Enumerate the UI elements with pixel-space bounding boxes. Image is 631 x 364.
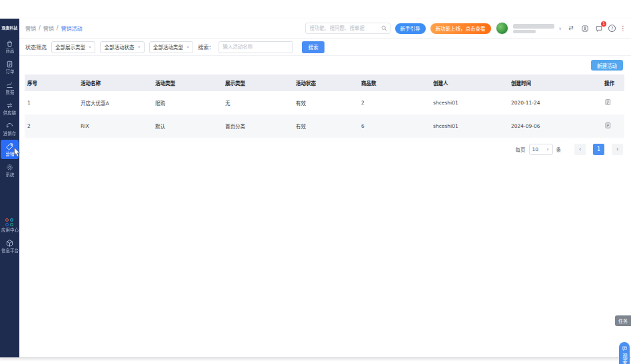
cell-goods: 6 xyxy=(358,114,430,138)
avatar[interactable] xyxy=(496,22,508,35)
global-search[interactable] xyxy=(305,23,390,34)
user-name-redacted[interactable] xyxy=(513,24,554,33)
sidebar-item-data[interactable]: 数据 xyxy=(1,78,19,97)
sidebar-item-label: 供应链 xyxy=(3,111,16,115)
activity-status-select[interactable]: 全部活动状态 ∨ xyxy=(100,41,144,53)
app-logo: 观麦科技 xyxy=(0,19,19,36)
guide-button[interactable]: 新手引导 xyxy=(395,23,426,34)
col-creator: 创建人 xyxy=(430,75,508,91)
next-page-button[interactable]: › xyxy=(612,144,623,155)
cell-name: 开店大优惠A xyxy=(78,91,153,114)
search-icon xyxy=(381,25,387,31)
select-value: 全部展示类型 xyxy=(55,43,85,51)
select-value: 全部活动类型 xyxy=(153,43,183,51)
more-menu-icon[interactable]: ⋮ xyxy=(620,24,626,33)
cell-creator: shceshi01 xyxy=(430,91,508,114)
search-button[interactable]: 搜索 xyxy=(302,41,324,53)
edit-activity-icon[interactable] xyxy=(604,122,612,129)
chart-icon xyxy=(5,81,14,89)
cycle-icon xyxy=(5,122,14,130)
filter-bar: 状态筛选 全部展示类型 ∨ 全部活动状态 ∨ 全部活动类型 ∨ 搜索： 搜索 xyxy=(19,39,631,56)
per-page-select[interactable]: 10 ∨ xyxy=(529,144,553,155)
cell-status: 有效 xyxy=(293,114,358,138)
user-caret-icon[interactable]: ∨ xyxy=(559,26,562,31)
per-page-label: 每页 xyxy=(516,146,526,153)
breadcrumb-separator: / xyxy=(57,25,59,31)
mouse-cursor-icon xyxy=(13,148,21,156)
breadcrumb-item[interactable]: 营销 xyxy=(43,25,54,32)
cell-display: 无 xyxy=(223,91,293,114)
cell-created: 2020-11-24 xyxy=(508,91,602,114)
activity-type-select[interactable]: 全部活动类型 ∨ xyxy=(149,41,193,53)
col-name: 活动名称 xyxy=(78,75,153,91)
sidebar-item-label: 商品 xyxy=(5,49,14,53)
sidebar-item-label: 进销存 xyxy=(3,132,16,136)
order-icon xyxy=(5,60,14,69)
promo-button[interactable]: 新功能上线，点击查看 xyxy=(430,23,491,34)
search-field-label: 搜索： xyxy=(198,43,214,51)
breadcrumb-separator: / xyxy=(39,25,41,31)
chevron-down-icon: ∨ xyxy=(546,148,549,152)
create-activity-button[interactable]: 新建活动 xyxy=(591,60,623,71)
supply-chain-icon xyxy=(5,101,14,110)
redacted-line xyxy=(513,30,536,33)
gear-icon xyxy=(5,163,14,172)
select-value: 全部活动状态 xyxy=(104,43,134,51)
sidebar-item-orders[interactable]: 订单 xyxy=(1,57,19,77)
sidebar-item-goods[interactable]: 商品 xyxy=(1,37,19,56)
message-badge: 1 xyxy=(601,21,606,27)
help-icon[interactable]: ? xyxy=(608,25,616,32)
cell-type: 限购 xyxy=(153,91,223,114)
page-1-button[interactable]: 1 xyxy=(593,144,604,155)
table-row: 1 开店大优惠A 限购 无 有效 2 shceshi01 2020-11-24 xyxy=(25,91,624,114)
sidebar-item-marketing[interactable]: 营销 xyxy=(1,140,19,159)
sidebar-item-system[interactable]: 系统 xyxy=(1,160,19,180)
contact-service-icon[interactable] xyxy=(580,24,590,33)
top-bar: 营销 / 营销 / 营销活动 新手引导 新功能上线，点击查看 ∨ ⇄ xyxy=(19,19,631,39)
task-tab[interactable]: 任务 xyxy=(615,315,631,326)
cell-status: 有效 xyxy=(293,91,358,114)
sidebar: 观麦科技 商品 订单 数据 供应链 进销存 营销 系统 xyxy=(0,19,19,357)
sidebar-item-inventory[interactable]: 进销存 xyxy=(1,119,19,138)
display-type-select[interactable]: 全部展示类型 ∨ xyxy=(51,41,95,53)
chevron-down-icon: ∨ xyxy=(137,45,140,49)
per-page-value: 10 xyxy=(532,146,539,152)
redacted-line xyxy=(513,24,554,29)
app-window: 观麦科技 商品 订单 数据 供应链 进销存 营销 系统 xyxy=(0,19,631,358)
row-actions xyxy=(602,114,624,138)
col-type: 活动类型 xyxy=(153,75,223,91)
sidebar-item-label: 应用中心 xyxy=(1,228,19,232)
messages-icon[interactable]: 1 xyxy=(594,24,604,33)
sidebar-item-app-center[interactable]: 应用中心 xyxy=(1,216,19,235)
activity-name-input[interactable] xyxy=(219,41,293,53)
cell-seq: 2 xyxy=(25,114,78,138)
sidebar-item-label: 系统 xyxy=(5,173,14,177)
cell-seq: 1 xyxy=(25,91,78,114)
breadcrumb-item[interactable]: 营销 xyxy=(25,25,36,32)
col-status: 活动状态 xyxy=(293,75,358,91)
col-goods: 商品数 xyxy=(358,75,430,91)
col-seq: 序号 xyxy=(25,75,78,91)
status-filter-label: 状态筛选 xyxy=(25,43,47,51)
service-tab[interactable]: 观麦服务 xyxy=(619,342,630,364)
cell-name: RIX xyxy=(78,114,153,138)
table-header-row: 序号 活动名称 活动类型 展示类型 活动状态 商品数 创建人 创建时间 操作 xyxy=(25,75,624,91)
sidebar-item-supply-chain[interactable]: 供应链 xyxy=(1,98,19,118)
global-search-input[interactable] xyxy=(310,25,378,31)
sidebar-item-info-platform[interactable]: 信息平台 xyxy=(1,236,19,256)
table-row: 2 RIX 默认 首页分类 有效 6 shceshi01 2024-09-06 xyxy=(25,114,624,138)
cell-display: 首页分类 xyxy=(223,114,293,138)
cell-creator: shceshi01 xyxy=(430,114,508,138)
cube-icon xyxy=(5,239,14,248)
sidebar-item-label: 信息平台 xyxy=(1,249,19,253)
activities-table: 序号 活动名称 活动类型 展示类型 活动状态 商品数 创建人 创建时间 操作 1 xyxy=(25,75,624,138)
switch-account-icon[interactable]: ⇄ xyxy=(566,24,576,33)
prev-page-button[interactable]: ‹ xyxy=(574,144,586,155)
service-tab-label: 观麦服务 xyxy=(621,353,628,364)
edit-activity-icon[interactable] xyxy=(604,98,612,106)
sidebar-item-label: 订单 xyxy=(5,70,14,74)
app-center-icon xyxy=(5,218,14,227)
breadcrumb: 营销 / 营销 / 营销活动 xyxy=(25,25,82,32)
chevron-down-icon: ∨ xyxy=(89,45,91,49)
col-created: 创建时间 xyxy=(508,75,602,91)
